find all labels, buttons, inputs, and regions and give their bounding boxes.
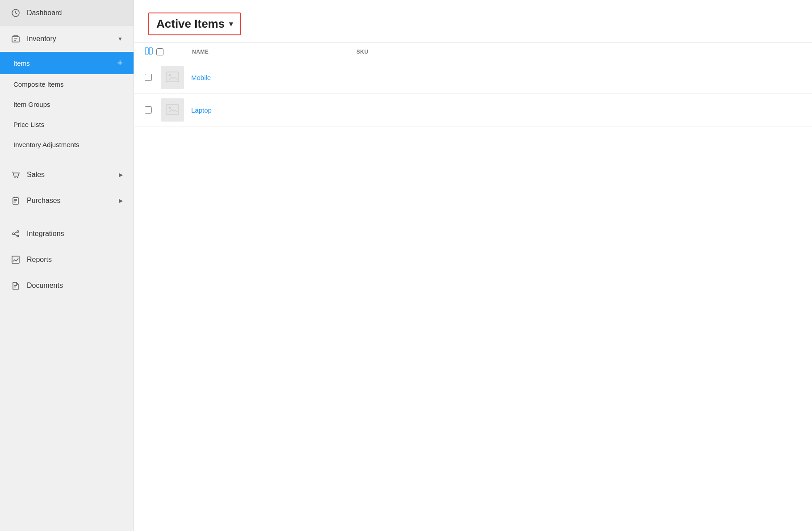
sidebar-item-purchases[interactable]: Purchases ▶ [0, 188, 134, 214]
sales-arrow-icon: ▶ [119, 172, 123, 178]
main-header: Active Items ▾ [134, 0, 812, 43]
table-body: Mobile Laptop [134, 61, 812, 531]
sidebar-item-reports-label: Reports [27, 256, 52, 264]
sidebar-subnav-items[interactable]: Items + [0, 52, 134, 74]
sidebar-subnav-price-lists[interactable]: Price Lists [0, 114, 134, 135]
sidebar-subnav-inventory-adjustments[interactable]: Inventory Adjustments [0, 135, 134, 155]
svg-point-18 [169, 74, 171, 76]
main-content: Active Items ▾ NAME SKU [134, 0, 812, 531]
sidebar-subnav-items-label: Items [13, 59, 30, 67]
svg-rect-1 [12, 37, 19, 42]
sidebar-subnav-inventory-adjustments-label: Inventory Adjustments [13, 141, 80, 148]
integrations-icon [11, 229, 21, 239]
table-controls [145, 47, 163, 56]
svg-line-11 [14, 234, 17, 236]
svg-point-5 [17, 177, 18, 178]
row-checkbox-laptop[interactable] [145, 106, 152, 114]
item-name-mobile[interactable]: Mobile [191, 74, 352, 81]
svg-point-4 [14, 177, 15, 178]
reports-icon [11, 255, 21, 265]
col-name-header: NAME [169, 49, 356, 55]
svg-point-7 [13, 233, 14, 235]
sidebar-subnav-item-groups-label: Item Groups [13, 101, 50, 108]
purchases-arrow-icon: ▶ [119, 198, 123, 204]
select-all-checkbox[interactable] [156, 48, 163, 55]
svg-point-20 [169, 107, 171, 109]
sidebar-item-sales[interactable]: Sales ▶ [0, 162, 134, 188]
row-checkbox-wrap-2 [145, 106, 161, 114]
sidebar-item-documents[interactable]: Documents [0, 273, 134, 299]
page-title: Active Items [156, 17, 225, 31]
sidebar-item-documents-label: Documents [27, 282, 63, 290]
svg-line-10 [14, 232, 17, 233]
svg-rect-19 [166, 105, 179, 114]
svg-point-8 [17, 231, 19, 232]
active-items-dropdown-button[interactable]: Active Items ▾ [148, 13, 241, 35]
col-sku-header: SKU [356, 49, 368, 55]
sidebar-subnav-price-lists-label: Price Lists [13, 121, 44, 128]
page-title-dropdown-arrow: ▾ [229, 20, 233, 28]
item-image-mobile [161, 66, 184, 89]
sidebar-item-sales-label: Sales [27, 171, 45, 179]
svg-rect-16 [149, 48, 152, 54]
sidebar-item-purchases-label: Purchases [27, 197, 61, 205]
columns-icon[interactable] [145, 47, 153, 56]
sidebar-item-reports[interactable]: Reports [0, 247, 134, 273]
item-name-laptop[interactable]: Laptop [191, 106, 352, 114]
inventory-arrow-icon: ▼ [117, 36, 123, 42]
sidebar-subnav-composite-items-label: Composite Items [13, 80, 64, 88]
sidebar-item-integrations-label: Integrations [27, 230, 64, 238]
dashboard-icon [11, 8, 21, 18]
sidebar-item-integrations[interactable]: Integrations [0, 221, 134, 247]
table-row: Mobile [134, 61, 812, 94]
inventory-icon [11, 34, 21, 44]
sidebar-item-inventory-label: Inventory [27, 35, 56, 43]
row-checkbox-wrap [145, 74, 161, 81]
sidebar-item-inventory[interactable]: Inventory ▼ [0, 26, 134, 52]
svg-rect-12 [12, 256, 19, 263]
table-header: NAME SKU [134, 43, 812, 61]
sidebar-subnav-item-groups[interactable]: Item Groups [0, 94, 134, 114]
sidebar: Dashboard Inventory ▼ Items + Composite … [0, 0, 134, 531]
items-add-button[interactable]: + [117, 58, 123, 68]
svg-rect-17 [166, 72, 179, 82]
row-checkbox-mobile[interactable] [145, 74, 152, 81]
table-row: Laptop [134, 94, 812, 126]
documents-icon [11, 281, 21, 291]
sales-icon [11, 170, 21, 180]
sidebar-subnav-composite-items[interactable]: Composite Items [0, 74, 134, 94]
sidebar-item-dashboard-label: Dashboard [27, 9, 62, 17]
item-image-laptop [161, 98, 184, 122]
svg-rect-15 [145, 48, 148, 54]
purchases-icon [11, 196, 21, 206]
svg-point-9 [17, 235, 19, 237]
sidebar-item-dashboard[interactable]: Dashboard [0, 0, 134, 26]
